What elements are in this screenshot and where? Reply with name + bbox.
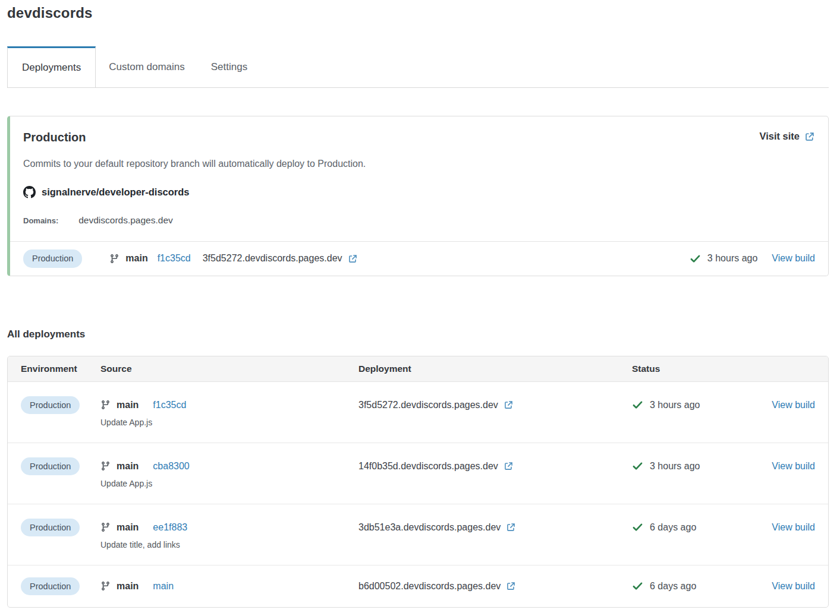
git-branch-icon xyxy=(100,461,111,471)
git-branch-icon xyxy=(100,400,111,410)
visit-site-link[interactable]: Visit site xyxy=(759,131,815,142)
commit-message: Update App.js xyxy=(100,479,358,488)
view-build-link[interactable]: View build xyxy=(772,461,815,472)
domains-value: devdiscords.pages.dev xyxy=(78,215,173,226)
table-header: Environment Source Deployment Status xyxy=(8,356,828,382)
git-branch-icon xyxy=(100,522,111,532)
status-time: 6 days ago xyxy=(650,581,696,592)
source-cell: main ee1f883 Update title, add links xyxy=(100,519,358,549)
commit-link[interactable]: f1c35cd xyxy=(153,400,186,410)
external-link-icon xyxy=(804,131,815,142)
deployment-url: 3db51e3a.devdiscords.pages.dev xyxy=(358,522,501,533)
commit-message: Update App.js xyxy=(100,418,358,427)
column-status: Status xyxy=(632,364,762,374)
actions-cell: View build xyxy=(762,577,815,595)
status-group: 3 hours ago xyxy=(690,253,758,264)
actions-cell: View build xyxy=(762,519,815,536)
actions-cell: View build xyxy=(762,457,815,475)
tab-deployments[interactable]: Deployments xyxy=(7,46,96,87)
deployment-url: 3f5d5272.devdiscords.pages.dev xyxy=(203,253,342,264)
external-link-icon xyxy=(506,581,516,591)
external-link-icon xyxy=(504,400,514,410)
deployment-cell: b6d00502.devdiscords.pages.dev xyxy=(358,577,632,595)
environment-badge: Production xyxy=(21,577,80,596)
commit-link[interactable]: main xyxy=(153,581,174,592)
status-cell: 3 hours ago xyxy=(632,457,762,475)
check-icon xyxy=(632,522,643,533)
deployment-cell: 3db51e3a.devdiscords.pages.dev xyxy=(358,519,632,536)
table-row: Production main main b6d00502.devdiscord… xyxy=(8,565,828,608)
column-actions xyxy=(762,364,815,374)
production-card: Production Visit site Commits to your de… xyxy=(7,116,829,276)
deployment-cell: 14f0b35d.devdiscords.pages.dev xyxy=(358,457,632,475)
environment-cell: Production xyxy=(21,577,100,596)
git-branch-icon xyxy=(100,581,111,591)
status-time: 6 days ago xyxy=(650,522,696,533)
environment-cell: Production xyxy=(21,519,100,537)
tab-bar: Deployments Custom domains Settings xyxy=(7,46,829,88)
deployment-url: b6d00502.devdiscords.pages.dev xyxy=(358,581,501,592)
branch-name: main xyxy=(117,461,139,472)
source-cell: main cba8300 Update App.js xyxy=(100,457,358,488)
status-cell: 3 hours ago xyxy=(632,396,762,414)
deployment-url-link[interactable]: 3db51e3a.devdiscords.pages.dev xyxy=(358,522,516,533)
page-title: devdiscords xyxy=(7,5,829,21)
view-build-link[interactable]: View build xyxy=(772,581,815,592)
production-deployment-row: Production main f1c35cd 3f5d5272.devdisc… xyxy=(10,241,828,276)
source-cell: main main xyxy=(100,577,358,595)
view-build-link[interactable]: View build xyxy=(772,522,815,533)
environment-badge: Production xyxy=(21,396,80,415)
deployment-url-link[interactable]: b6d00502.devdiscords.pages.dev xyxy=(358,581,516,592)
deployment-url-link[interactable]: 3f5d5272.devdiscords.pages.dev xyxy=(203,253,358,264)
table-row: Production main cba8300 Update App.js 14… xyxy=(8,443,828,504)
status-time: 3 hours ago xyxy=(707,253,758,264)
production-title: Production xyxy=(23,131,86,144)
check-icon xyxy=(632,580,643,592)
column-deployment: Deployment xyxy=(358,364,632,374)
status-cell: 6 days ago xyxy=(632,519,762,536)
branch-group: main xyxy=(109,253,147,264)
tab-settings[interactable]: Settings xyxy=(198,46,260,87)
environment-cell: Production xyxy=(21,396,100,415)
deployment-cell: 3f5d5272.devdiscords.pages.dev xyxy=(358,396,632,414)
status-cell: 6 days ago xyxy=(632,577,762,595)
table-row: Production main ee1f883 Update title, ad… xyxy=(8,504,828,565)
status-time: 3 hours ago xyxy=(650,400,700,410)
check-icon xyxy=(632,399,643,410)
branch-name: main xyxy=(117,400,139,410)
repo-link[interactable]: signalnerve/developer-discords xyxy=(23,186,190,198)
table-body: Production main f1c35cd Update App.js 3f… xyxy=(8,382,828,608)
page-root: devdiscords Deployments Custom domains S… xyxy=(0,0,840,608)
environment-cell: Production xyxy=(21,457,100,476)
environment-badge: Production xyxy=(21,457,80,476)
production-description: Commits to your default repository branc… xyxy=(23,159,815,169)
deployment-url: 14f0b35d.devdiscords.pages.dev xyxy=(358,461,498,472)
domains-label: Domains: xyxy=(23,216,58,225)
commit-message: Update title, add links xyxy=(100,540,358,549)
visit-site-label: Visit site xyxy=(759,131,800,142)
check-icon xyxy=(690,253,701,264)
view-build-link[interactable]: View build xyxy=(772,253,815,264)
all-deployments-title: All deployments xyxy=(7,328,829,340)
deployment-url-link[interactable]: 3f5d5272.devdiscords.pages.dev xyxy=(358,400,514,410)
external-link-icon xyxy=(504,461,514,471)
tab-custom-domains[interactable]: Custom domains xyxy=(96,46,198,87)
commit-link[interactable]: cba8300 xyxy=(153,461,189,472)
environment-badge: Production xyxy=(23,249,82,268)
view-build-link[interactable]: View build xyxy=(772,400,815,410)
deployment-url-link[interactable]: 14f0b35d.devdiscords.pages.dev xyxy=(358,461,514,472)
commit-link[interactable]: f1c35cd xyxy=(158,253,191,264)
environment-badge: Production xyxy=(21,519,80,537)
status-time: 3 hours ago xyxy=(650,461,700,472)
commit-link[interactable]: ee1f883 xyxy=(153,522,187,533)
check-icon xyxy=(632,460,643,472)
deployment-url: 3f5d5272.devdiscords.pages.dev xyxy=(358,400,498,410)
deployments-table: Environment Source Deployment Status Pro… xyxy=(7,356,829,608)
branch-name: main xyxy=(117,522,139,533)
external-link-icon xyxy=(506,522,516,532)
source-cell: main f1c35cd Update App.js xyxy=(100,396,358,427)
branch-name: main xyxy=(117,581,139,592)
table-row: Production main f1c35cd Update App.js 3f… xyxy=(8,382,828,443)
github-icon xyxy=(23,186,36,198)
domains-row: Domains: devdiscords.pages.dev xyxy=(23,215,815,226)
